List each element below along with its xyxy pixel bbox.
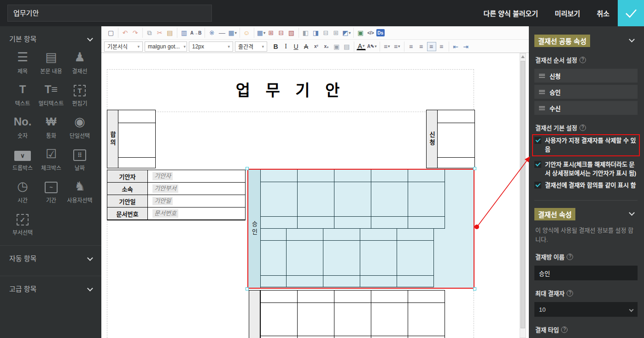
sidebar-item sidebar-item-text[interactable]: T 텍스트	[8, 82, 37, 107]
sidebar-item sidebar-item-date[interactable]: ⠿ 날짜	[65, 147, 94, 172]
toolbar-icon[interactable]: ↶	[121, 28, 130, 37]
sidebar-item sidebar-item-user-select[interactable]: ♞ 사용자선택	[65, 179, 94, 204]
toolbar-icon[interactable]: ↷	[131, 28, 140, 37]
room-name-input[interactable]: 승인	[534, 266, 638, 280]
line-spacing-select[interactable]: 줄간격	[235, 42, 267, 52]
toolbar-icon[interactable]: ◩▾	[342, 28, 351, 37]
toolbar-icon[interactable]: ▤	[165, 28, 175, 37]
table-cell[interactable]	[118, 110, 155, 123]
order-item[interactable]: 수신	[534, 101, 638, 115]
field-row[interactable]: 기안자 기안자	[107, 170, 245, 183]
toolbar-icon[interactable]: ▥	[180, 28, 189, 37]
toolbar-icon[interactable]: ⇥	[462, 42, 471, 51]
field-row[interactable]: 소속 기안부서	[107, 183, 245, 195]
toolbar-icon[interactable]: ☺	[242, 28, 252, 37]
help-icon[interactable]: ?	[567, 254, 573, 260]
toolbar-icon[interactable]: A▾	[357, 42, 366, 50]
toolbar-icon[interactable]: —	[217, 28, 227, 37]
field-row[interactable]: 기안일 기안일	[107, 195, 245, 208]
toolbar-icon[interactable]: ⊟	[277, 28, 286, 37]
drag-handle-icon[interactable]	[539, 90, 545, 94]
toolbar-icon[interactable]: ▤	[342, 42, 351, 51]
toolbar-icon[interactable]: ▣	[356, 28, 365, 37]
table-cell[interactable]	[438, 110, 474, 123]
setting-checkbox-option[interactable]: 사용자가 지정 결재자를 삭제할 수 있음	[534, 136, 638, 154]
toolbar-icon[interactable]: ≡▾	[392, 42, 402, 51]
drag-handle-icon[interactable]	[539, 106, 545, 110]
toolbar-icon[interactable]: ≡	[437, 42, 446, 51]
sidebar-item sidebar-item-multitext[interactable]: T≡ 멀티텍스트	[37, 82, 65, 107]
toolbar-icon[interactable]: </>	[366, 28, 375, 37]
field-value-cell[interactable]: 기안자	[148, 170, 245, 182]
toolbar-icon[interactable]: ≡	[427, 42, 436, 51]
help-icon[interactable]: ?	[561, 326, 568, 333]
sidebar-item sidebar-item-dropbox[interactable]: ∨ 드롭박스	[8, 147, 37, 172]
sidebar-item sidebar-item-time[interactable]: ◷ 시간	[8, 179, 37, 204]
toolbar-icon[interactable]: ⊞	[267, 28, 276, 37]
editor-scrollbar[interactable]	[520, 53, 526, 338]
checkbox-checked-icon[interactable]	[534, 137, 541, 144]
sidebar-item sidebar-item-period[interactable]: ~ 기간	[37, 179, 65, 204]
help-icon[interactable]: ?	[580, 125, 586, 131]
next-approval-table[interactable]	[247, 290, 450, 338]
sidebar-item sidebar-item-number[interactable]: No. 숫자	[8, 114, 37, 139]
toolbar-icon[interactable]: A✎▾	[367, 42, 377, 51]
sidebar-item sidebar-item-currency[interactable]: ₩ 통화	[37, 114, 65, 139]
document-title[interactable]: 업 무 기 안	[107, 69, 474, 112]
toolbar-icon[interactable]: A→B	[190, 28, 202, 37]
sidebar-item sidebar-item-single-select[interactable]: ◉ 단일선택	[65, 114, 94, 139]
toolbar-icon[interactable]: ⧉	[145, 28, 154, 37]
paragraph-format-select[interactable]: 기본서식	[104, 42, 143, 52]
order-item[interactable]: 승인	[534, 85, 638, 99]
sidebar-item sidebar-item-dept-select[interactable]: ✓ 부서선택	[8, 211, 37, 236]
toolbar-icon[interactable]: ⊟	[322, 28, 331, 37]
toolbar-icon[interactable]: ◨	[311, 28, 321, 37]
field-row[interactable]: 문서번호 문서번호	[107, 208, 245, 220]
section-auto-items[interactable]: 자동 항목	[0, 245, 101, 267]
font-family-select[interactable]: malgun got...	[145, 42, 187, 52]
toolbar-icon[interactable]: ⇤	[451, 42, 461, 51]
toolbar-icon[interactable]: ※	[207, 28, 217, 37]
sidebar-item sidebar-item-editor[interactable]: T 편집기	[65, 82, 94, 107]
setting-checkbox-option[interactable]: 결재선에 결재와 합의를 같이 표시 함	[534, 181, 638, 190]
agreement-table[interactable]: 합의	[107, 110, 156, 168]
section-basic-items[interactable]: 기본 항목	[0, 26, 101, 48]
field-value-cell[interactable]: 기안일	[148, 195, 245, 207]
order-item[interactable]: 신청	[534, 69, 638, 83]
toolbar-icon[interactable]: B	[271, 42, 281, 51]
sidebar-item sidebar-item-title[interactable]: ☰ 제목	[8, 50, 37, 75]
toolbar-icon[interactable]: I	[281, 42, 291, 51]
toolbar-icon[interactable]: ▧	[287, 28, 296, 37]
table-cell[interactable]	[438, 158, 474, 168]
checkbox-checked-icon[interactable]	[534, 161, 541, 168]
field-value-cell[interactable]: 기안부서	[148, 183, 245, 195]
section-advanced-items[interactable]: 고급 항목	[0, 276, 101, 298]
checkbox-checked-icon[interactable]	[534, 182, 541, 189]
toolbar-icon[interactable]: Ds	[376, 29, 385, 36]
sidebar-item sidebar-item-checkbox[interactable]: ☑ 체크박스	[37, 147, 65, 172]
toolbar-icon[interactable]: ≡	[417, 42, 426, 51]
toolbar-icon[interactable]: ≡▾	[382, 42, 392, 51]
selection-handle[interactable]	[473, 167, 476, 170]
toolbar-icon[interactable]: x²	[312, 42, 321, 51]
sidebar-item sidebar-item-body-content[interactable]: ▤ 본문 내용	[37, 50, 65, 75]
toolbar-icon[interactable]: ◧	[301, 28, 310, 37]
max-approver-select[interactable]: 10	[534, 302, 638, 317]
toolbar-icon[interactable]: ▣	[332, 42, 341, 51]
load-other-form-button[interactable]: 다른 양식 불러오기	[475, 8, 546, 18]
scrollbar-thumb[interactable]	[521, 61, 525, 328]
table-cell[interactable]	[118, 123, 155, 158]
toolbar-icon[interactable]: ≡	[407, 42, 416, 51]
field-value-cell[interactable]: 문서번호	[148, 208, 245, 219]
toolbar-icon[interactable]: x₂	[322, 42, 331, 51]
table-cell[interactable]	[438, 123, 474, 158]
toolbar-icon[interactable]: A	[302, 42, 311, 51]
confirm-save-button[interactable]	[618, 0, 644, 26]
scroll-up-icon[interactable]	[521, 54, 525, 58]
selection-handle[interactable]	[473, 287, 476, 291]
toolbar-icon[interactable]: U	[292, 42, 301, 51]
toolbar-icon[interactable]: ▦▾	[257, 28, 266, 37]
toolbar-icon[interactable]: ▦▾	[228, 28, 237, 37]
toolbar-icon[interactable]: ⊞	[332, 28, 341, 37]
line-props-section-header[interactable]: 결재선 속성	[534, 208, 638, 220]
